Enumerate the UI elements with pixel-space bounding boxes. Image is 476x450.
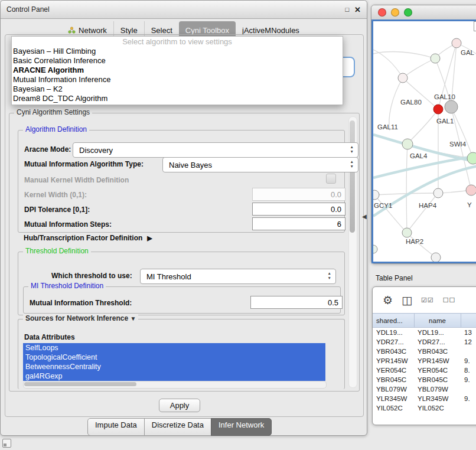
combo-arrows-icon: ▲▼	[350, 145, 354, 154]
table-cell: YBR043C	[414, 347, 461, 356]
table-cell: 9.	[461, 394, 476, 403]
combo-arrows-icon: ▲▼	[328, 271, 331, 281]
column-header-shared[interactable]: shared...	[373, 314, 414, 328]
attribute-item-selfloops[interactable]: SelfLoops	[23, 343, 325, 353]
settings-scrollbar-thumb[interactable]	[350, 120, 355, 233]
bottom-tab-impute-data[interactable]: Impute Data	[87, 418, 145, 436]
network-node[interactable]	[466, 185, 476, 195]
network-edge	[373, 50, 403, 78]
aracne-mode-select[interactable]: Discovery ▲▼	[73, 142, 358, 158]
tab-label: Select	[151, 26, 172, 35]
network-canvas[interactable]: GALGAL80GAL10GAL11GAL1SWI4GAL4GCY1HAP4YH…	[371, 19, 476, 263]
table-row[interactable]: YER054CYER054C8.	[373, 366, 476, 375]
minimize-traffic-light[interactable]	[391, 8, 399, 17]
aracne-mode-label: Aracne Mode:	[24, 145, 71, 154]
table-cell: YDR27...	[373, 337, 414, 347]
table-toolbar: ⚙◫☑☑☐☐	[373, 287, 476, 313]
network-icon	[68, 27, 76, 34]
table-row[interactable]: YBL079WYBL079W	[373, 384, 476, 394]
network-node[interactable]	[402, 139, 413, 149]
attributes-hscrollbar[interactable]	[23, 381, 327, 389]
unselect-all-columns-icon[interactable]: ☐☐	[443, 297, 456, 304]
network-window-titlebar[interactable]	[371, 5, 476, 20]
algorithm-dropdown: Select algorithm to view settings Bayesi…	[11, 36, 343, 105]
manual-kernel-checkbox	[326, 174, 336, 184]
sources-legend[interactable]: Sources for Network Inference ▼	[23, 314, 138, 322]
network-node[interactable]	[373, 190, 379, 200]
manual-kernel-label: Manual Kernel Width Definition	[24, 175, 129, 185]
mi-steps-label: Mutual Information Steps:	[24, 220, 112, 229]
table-row[interactable]: YDR27...YDR27...12	[373, 337, 476, 347]
restore-panel-icon[interactable]	[2, 439, 11, 448]
network-node[interactable]	[467, 152, 476, 164]
panel-collapse-arrow[interactable]: ◀	[362, 213, 367, 220]
close-traffic-light[interactable]	[378, 8, 386, 17]
network-graph: GALGAL80GAL10GAL11GAL1SWI4GAL4GCY1HAP4YH…	[373, 21, 476, 262]
table-row[interactable]: YBR045CYBR045C9.	[373, 375, 476, 384]
network-node[interactable]	[431, 54, 440, 63]
attribute-item-topologicalcoefficient[interactable]: TopologicalCoefficient	[23, 353, 325, 362]
control-panel-window: Control Panel □ ✕ NetworkStyleSelectCyni…	[0, 0, 367, 436]
mi-threshold-group: MI Threshold Definition Mutual Informati…	[23, 286, 341, 314]
table-row[interactable]: YDL19...YDL19...13	[373, 328, 476, 338]
network-node[interactable]	[445, 100, 458, 113]
algorithm-option-basic-correlation-inference[interactable]: Basic Correlation Inference	[12, 56, 343, 66]
network-scrollbar-corner[interactable]	[474, 21, 476, 31]
table-cell	[461, 347, 476, 356]
float-window-icon[interactable]: □	[345, 6, 349, 13]
bottom-tab-discretize-data[interactable]: Discretize Data	[144, 418, 211, 436]
which-threshold-select[interactable]: MI Threshold ▲▼	[140, 269, 336, 284]
threshold-definition-group: Threshold Definition Which threshold to …	[18, 252, 345, 315]
mi-type-select[interactable]: Naive Bayes ▲▼	[162, 157, 358, 172]
algorithm-option-aracne-algorithm[interactable]: ARACNE Algorithm	[12, 66, 343, 75]
algorithm-option-mutual-information-inference[interactable]: Mutual Information Inference	[12, 75, 343, 84]
table-row[interactable]: YPR145WYPR145W9.	[373, 356, 476, 366]
algorithm-option-bayesian-hill-climbing[interactable]: Bayesian – Hill Climbing	[12, 47, 343, 56]
select-all-columns-icon[interactable]: ☑☑	[421, 297, 434, 304]
column-header-extra[interactable]	[461, 314, 476, 328]
algorithm-option-dream8-dc-tdc-algorithm[interactable]: Dream8 DC_TDC Algorithm	[12, 94, 343, 103]
network-edge	[403, 58, 435, 78]
mi-threshold-label: Mutual Information Threshold:	[30, 298, 132, 308]
network-edge	[407, 194, 437, 231]
settings-gear-icon[interactable]: ⚙	[383, 295, 393, 306]
hub-definition-toggle[interactable]: Hub/Transcription Factor Definition ▶	[24, 234, 152, 242]
table-row[interactable]: YBR043CYBR043C	[373, 347, 476, 356]
mi-type-value: Naive Bayes	[169, 161, 212, 169]
network-node[interactable]	[373, 245, 377, 253]
apply-button[interactable]: Apply	[159, 399, 200, 412]
column-header-name[interactable]: name	[414, 314, 461, 328]
table-panel-title: Table Panel	[376, 274, 413, 282]
table-cell: YBL079W	[414, 384, 461, 394]
node-label-hap2: HAP2	[406, 238, 423, 245]
table-cell: YDL19...	[373, 328, 414, 338]
network-node[interactable]	[431, 253, 441, 262]
node-label-swi4: SWI4	[449, 141, 467, 148]
algorithm-option-bayesian-k2[interactable]: Bayesian – K2	[12, 84, 343, 94]
zoom-traffic-light[interactable]	[404, 8, 412, 17]
control-panel-titlebar[interactable]: Control Panel □ ✕	[1, 1, 367, 19]
network-node[interactable]	[433, 105, 443, 114]
dpi-tolerance-field[interactable]: 0.0	[252, 203, 345, 216]
table-cell: 13	[461, 328, 476, 338]
table-row[interactable]: YIL052CYIL052C	[373, 403, 476, 413]
mi-steps-field[interactable]: 6	[252, 217, 345, 230]
table-panel-window: ⚙◫☑☑☐☐ shared...name YDL19...YDL19...13Y…	[372, 286, 476, 425]
network-node[interactable]	[452, 38, 461, 48]
network-node[interactable]	[402, 228, 412, 237]
table-cell: YBR043C	[373, 347, 414, 356]
show-columns-icon[interactable]: ◫	[402, 295, 412, 306]
attribute-item-gal4rgexp[interactable]: gal4RGexp	[23, 371, 325, 381]
node-attribute-table: shared...name YDL19...YDL19...13YDR27...…	[373, 313, 476, 413]
node-label-gcy1: GCY1	[374, 202, 392, 209]
network-node[interactable]	[398, 73, 407, 83]
attribute-item-betweennesscentrality[interactable]: BetweennessCentrality	[23, 362, 325, 371]
attributes-hscrollbar-thumb[interactable]	[24, 382, 136, 386]
close-icon[interactable]: ✕	[354, 5, 361, 14]
mi-threshold-field[interactable]: 0.5	[250, 296, 343, 309]
table-row[interactable]: YLR345WYLR345W9.	[373, 394, 476, 403]
table-cell: YDL19...	[414, 328, 461, 338]
mi-type-label: Mutual Information Algorithm Type:	[24, 159, 144, 169]
bottom-tab-infer-network[interactable]: Infer Network	[211, 418, 272, 436]
network-node[interactable]	[433, 188, 443, 198]
